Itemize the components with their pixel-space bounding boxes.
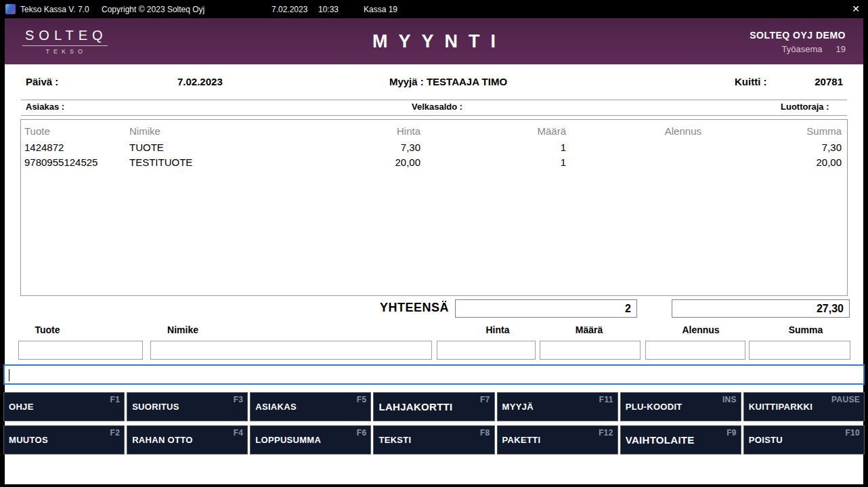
fkey-shortcut: F4 <box>234 428 244 438</box>
fkey-label: PLU-KOODIT <box>626 402 682 412</box>
sale-table: Tuote Nimike Hinta Määrä Alennus Summa 1… <box>20 119 848 296</box>
fkey-label: SUORITUS <box>132 402 179 412</box>
fkey-paketti[interactable]: PAKETTI F12 <box>497 425 618 454</box>
receipt-label: Kuitti : <box>735 76 766 87</box>
divider <box>21 115 847 116</box>
entry-label-nimike: Nimike <box>167 324 198 335</box>
fkey-plu-koodit[interactable]: PLU-KOODIT INS <box>620 392 741 421</box>
app-icon <box>5 4 16 14</box>
table-row: 9780955124525 TESTITUOTE 20,00 1 20,00 <box>21 155 847 170</box>
cell-alennus <box>566 155 701 170</box>
cell-summa: 20,00 <box>701 155 847 170</box>
entry-maara-input[interactable] <box>540 341 641 360</box>
fkey-label: RAHAN OTTO <box>132 435 192 445</box>
column-header-maara: Määrä <box>420 123 566 140</box>
column-header-nimike: Nimike <box>129 123 299 140</box>
column-header-alennus: Alennus <box>566 123 701 140</box>
total-sum-box: 27,30 <box>672 299 850 318</box>
fkey-shortcut: F3 <box>234 395 244 404</box>
function-key-panel: OHJE F1 SUORITUS F3 ASIAKAS F5 LAHJAKORT… <box>3 392 865 454</box>
cell-hinta: 20,00 <box>299 155 420 170</box>
fkey-ohje[interactable]: OHJE F1 <box>3 392 125 421</box>
fkey-shortcut: F11 <box>599 395 613 404</box>
fkey-shortcut: F8 <box>480 428 490 438</box>
fkey-shortcut: F9 <box>726 428 737 438</box>
fkey-shortcut: F2 <box>110 428 121 438</box>
workstation-line: Työasema19 <box>750 44 846 54</box>
titlebar-date: 7.02.2023 <box>272 5 307 14</box>
app-header: SOLTEQ TEKSO MYYNTI SOLTEQ OYJ DEMO Työa… <box>5 18 863 64</box>
entry-label-maara: Määrä <box>576 324 603 335</box>
fkey-poistu[interactable]: POISTU F10 <box>743 425 865 454</box>
cell-nimike: TUOTE <box>129 140 299 155</box>
total-quantity-box: 2 <box>455 299 637 318</box>
fkey-vaihtolaite[interactable]: VAIHTOLAITE F9 <box>620 425 741 454</box>
cell-maara: 1 <box>420 140 566 155</box>
cell-tuote: 1424872 <box>21 140 129 155</box>
cell-nimike: TESTITUOTE <box>129 155 299 170</box>
cell-summa: 7,30 <box>701 140 847 155</box>
titlebar-time: 10:33 <box>318 5 339 14</box>
fkey-suoritus[interactable]: SUORITUS F3 <box>127 392 248 421</box>
fkey-asiakas[interactable]: ASIAKAS F5 <box>250 392 371 421</box>
column-header-tuote: Tuote <box>21 123 129 140</box>
receipt-number: 20781 <box>815 76 843 87</box>
table-row: 1424872 TUOTE 7,30 1 7,30 <box>21 140 847 155</box>
cell-maara: 1 <box>420 155 566 170</box>
total-label: YHTEENSÄ <box>298 301 449 315</box>
entry-label-hinta: Hinta <box>486 324 510 335</box>
entry-hinta-input[interactable] <box>437 341 536 360</box>
divider <box>21 100 847 100</box>
fkey-shortcut: F5 <box>357 395 367 404</box>
company-name: SOLTEQ OYJ DEMO <box>750 30 846 41</box>
fkey-loppusumma[interactable]: LOPPUSUMMA F6 <box>250 425 371 454</box>
entry-tuote-input[interactable] <box>18 341 143 360</box>
fkey-teksti[interactable]: TEKSTI F8 <box>373 425 494 454</box>
text-caret <box>9 369 9 381</box>
cashier-label: Myyjä : <box>389 76 424 87</box>
fkey-label: LAHJAKORTTI <box>378 401 452 412</box>
fkey-label: ASIAKAS <box>255 402 297 412</box>
copyright-text: Copyright © 2023 Solteq Oyj <box>102 5 204 14</box>
cashier-value: TESTAAJA TIMO <box>427 76 507 87</box>
entry-summa-input[interactable] <box>749 341 850 360</box>
window-title: Tekso Kassa V. 7.0 <box>20 5 89 14</box>
header-right: SOLTEQ OYJ DEMO Työasema19 <box>750 30 846 54</box>
entry-label-summa: Summa <box>789 324 823 335</box>
fkey-shortcut: F1 <box>110 395 121 404</box>
fkey-label: PAKETTI <box>502 435 541 445</box>
cell-tuote: 9780955124525 <box>21 155 129 170</box>
title-bar: Tekso Kassa V. 7.0 Copyright © 2023 Solt… <box>0 0 868 18</box>
fkey-rahan-otto[interactable]: RAHAN OTTO F4 <box>127 425 248 454</box>
titlebar-register: Kassa 19 <box>364 5 397 14</box>
debt-balance-label: Velkasaldo : <box>412 102 462 112</box>
fkey-label: TEKSTI <box>378 435 411 445</box>
fkey-muutos[interactable]: MUUTOS F2 <box>3 425 125 454</box>
app-window: Tekso Kassa V. 7.0 Copyright © 2023 Solt… <box>0 0 868 487</box>
entry-alennus-input[interactable] <box>645 341 745 360</box>
close-icon[interactable]: ✕ <box>852 3 860 14</box>
cashier-line: Myyjä : TESTAAJA TIMO <box>389 76 507 87</box>
credit-limit-label: Luottoraja : <box>781 102 829 112</box>
fkey-label: POISTU <box>749 435 783 445</box>
workstation-label: Työasema <box>782 44 823 54</box>
date-label: Päivä : <box>26 76 58 87</box>
cell-hinta: 7,30 <box>299 140 420 155</box>
fkey-kuittiparkki[interactable]: KUITTIPARKKI PAUSE <box>743 392 865 421</box>
table-header-row: Tuote Nimike Hinta Määrä Alennus Summa <box>21 123 847 140</box>
fkey-label: KUITTIPARKKI <box>749 402 812 412</box>
fkey-shortcut: F12 <box>599 428 613 438</box>
fkey-label: MUUTOS <box>9 435 48 445</box>
entry-label-tuote: Tuote <box>35 324 60 335</box>
page-title: MYYNTI <box>5 31 863 52</box>
fkey-lahjakortti[interactable]: LAHJAKORTTI F7 <box>373 392 494 421</box>
fkey-label: MYYJÄ <box>502 402 534 412</box>
entry-nimike-input[interactable] <box>150 341 432 360</box>
fkey-label: VAIHTOLAITE <box>626 434 695 446</box>
column-header-hinta: Hinta <box>299 123 420 140</box>
fkey-label: LOPPUSUMMA <box>255 435 321 445</box>
fkey-shortcut: INS <box>722 395 737 404</box>
command-input[interactable] <box>3 364 865 385</box>
cell-alennus <box>566 140 701 155</box>
fkey-myyja[interactable]: MYYJÄ F11 <box>497 392 618 421</box>
